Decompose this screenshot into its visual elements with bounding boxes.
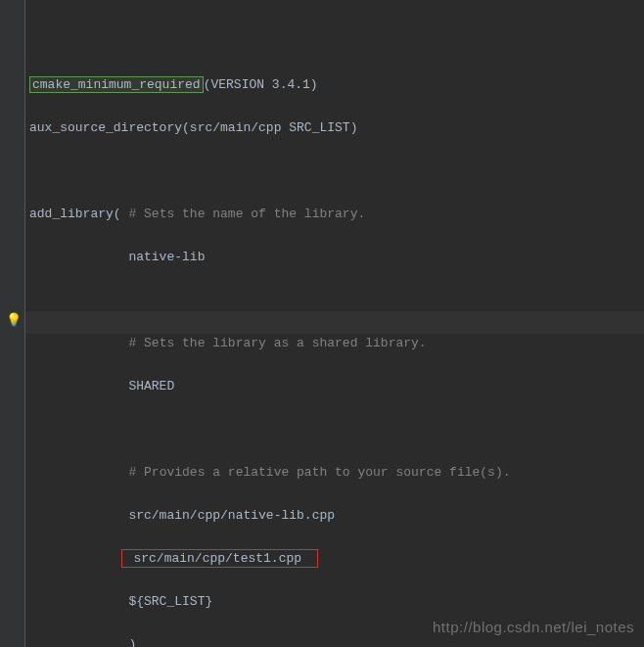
code-line [29, 290, 640, 311]
code-line: cmake_minimum_required(VERSION 3.4.1) [29, 74, 640, 96]
code-line: ) [29, 634, 640, 647]
code-line: add_library( # Sets the name of the libr… [29, 204, 640, 225]
code-line: aux_source_directory(src/main/cpp SRC_LI… [29, 117, 640, 139]
code-line: src/main/cpp/native-lib.cpp [29, 505, 640, 527]
lightbulb-icon[interactable]: 💡 [6, 312, 22, 328]
code-line: ${SRC_LIST} [29, 591, 640, 613]
code-line: SHARED [29, 376, 640, 397]
code-editor: 💡 cmake_minimum_required(VERSION 3.4.1) … [0, 0, 644, 647]
code-area[interactable]: cmake_minimum_required(VERSION 3.4.1) au… [25, 0, 644, 647]
code-line: # Sets the library as a shared library. [29, 333, 640, 354]
code-line [29, 161, 640, 182]
code-line: # Provides a relative path to your sourc… [29, 462, 640, 484]
code-line [29, 419, 640, 440]
highlighted-command: cmake_minimum_required [29, 76, 204, 93]
code-line: native-lib [29, 247, 640, 268]
highlighted-file: src/main/cpp/test1.cpp [121, 549, 318, 568]
editor-gutter: 💡 [0, 0, 25, 647]
code-line: src/main/cpp/test1.cpp [29, 548, 640, 570]
